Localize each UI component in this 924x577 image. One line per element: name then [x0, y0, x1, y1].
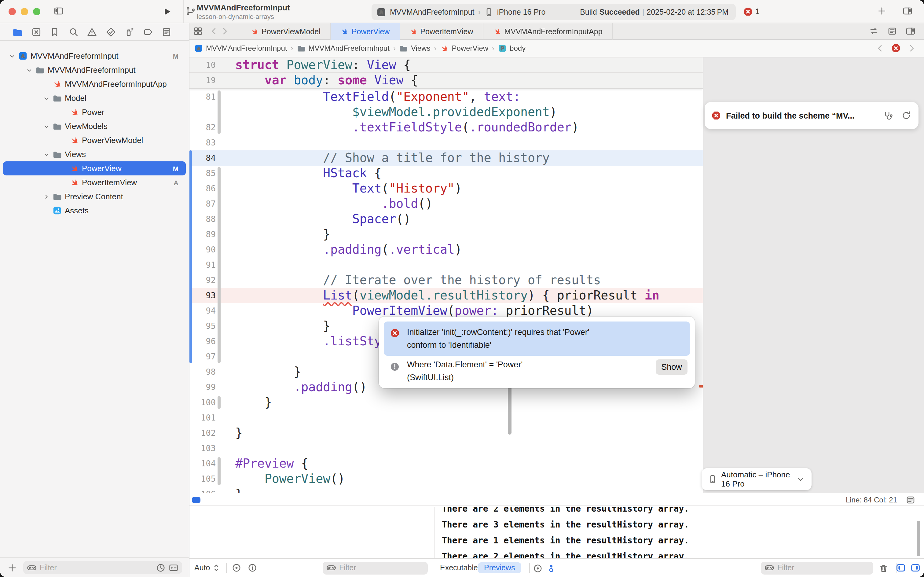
- variables-view-mode[interactable]: Auto: [194, 564, 210, 572]
- breakpoint-navigator-icon[interactable]: [143, 27, 153, 37]
- scheme-device-label[interactable]: iPhone 16 Pro: [497, 8, 546, 16]
- breadcrumb-item-views[interactable]: Views: [399, 44, 431, 53]
- previews-toggle[interactable]: Previews: [478, 562, 521, 573]
- sidebar-item-powerviewmodel[interactable]: PowerViewModel: [3, 133, 186, 147]
- code-line-89[interactable]: 89 }: [190, 227, 703, 242]
- breadcrumb-item-body[interactable]: Pbody: [498, 44, 526, 53]
- show-issue-button[interactable]: Show: [656, 359, 687, 375]
- code-editor[interactable]: 81 TextField("Exponent", text: $viewMode…: [190, 58, 703, 493]
- sidebar-item-poweritemview[interactable]: PowerItemViewA: [3, 176, 186, 190]
- source-control-status-icon[interactable]: [169, 562, 179, 572]
- console-filter-input[interactable]: [778, 564, 869, 572]
- new-tab-button[interactable]: [877, 6, 887, 16]
- tab-powerviewmodel[interactable]: PowerViewModel: [241, 23, 331, 40]
- code-line-106[interactable]: 106}: [190, 487, 703, 493]
- diagnostics-icon[interactable]: [883, 111, 893, 121]
- console-eye-icon[interactable]: [533, 564, 542, 573]
- tab-powerview[interactable]: PowerView: [331, 23, 400, 40]
- issue-popup-header[interactable]: Initializer 'init(_:rowContent:)' requir…: [384, 321, 690, 356]
- show-variables-pane-icon[interactable]: [896, 563, 906, 573]
- folder-blue-navigator-icon[interactable]: [12, 27, 23, 37]
- canvas-forward-icon[interactable]: [907, 44, 917, 53]
- breadcrumb-item-mvvmandfreeforminput[interactable]: AMVVMAndFreeformInput: [194, 44, 287, 53]
- console-scrollbar[interactable]: [917, 521, 920, 556]
- disclosure-right-icon[interactable]: [43, 193, 50, 200]
- minimize-window-button[interactable]: [21, 8, 28, 15]
- search-navigator-icon[interactable]: [68, 27, 79, 37]
- bookmark-navigator-icon[interactable]: [50, 27, 60, 37]
- back-button[interactable]: [209, 26, 219, 36]
- scheme-selector[interactable]: A MVVMAndFreeformInput › iPhone 16 Pro B…: [372, 4, 736, 20]
- sidebar-item-mvvmandfreeforminputapp[interactable]: MVVMAndFreeformInputApp: [3, 77, 186, 91]
- sidebar-item-assets[interactable]: Assets: [3, 203, 186, 218]
- filter-icon[interactable]: [326, 563, 336, 573]
- disclosure-down-icon[interactable]: [43, 94, 50, 102]
- sidebar-item-model[interactable]: Model: [3, 91, 186, 105]
- navigator-filter-field[interactable]: [23, 561, 182, 574]
- console-output[interactable]: There are 2 elements in the resultHistor…: [435, 507, 924, 558]
- retry-build-icon[interactable]: [901, 111, 911, 121]
- variables-filter-input[interactable]: [339, 564, 424, 572]
- console-filter-field[interactable]: [761, 561, 873, 574]
- tab-poweritemview[interactable]: PowerItemView: [399, 23, 483, 40]
- code-line-105[interactable]: 105 PowerView(): [190, 471, 703, 487]
- toggle-navigator-icon[interactable]: [54, 6, 64, 16]
- canvas-back-icon[interactable]: [875, 44, 885, 53]
- sidebar-item-mvvmandfreeforminput[interactable]: MVVMAndFreeformInput: [3, 63, 186, 77]
- code-line-102[interactable]: 102}: [190, 425, 703, 441]
- breadcrumb-item-powerview[interactable]: PowerView: [440, 44, 488, 53]
- code-line-103[interactable]: 103: [190, 441, 703, 456]
- code-line-82[interactable]: 82 .textFieldStyle(.roundedBorder): [190, 120, 703, 135]
- debug-spray-navigator-icon[interactable]: [124, 27, 134, 37]
- navigator-filter-input[interactable]: [40, 563, 153, 572]
- filter-icon[interactable]: [765, 563, 774, 573]
- code-line-94[interactable]: 94 PowerItemView(power: priorResult): [190, 303, 703, 318]
- scheme-project-label[interactable]: MVVMAndFreeformInput: [390, 8, 475, 16]
- editor-mode-icon[interactable]: [906, 495, 916, 505]
- console-mode-icon[interactable]: [546, 564, 556, 573]
- filter-icon[interactable]: [27, 562, 37, 572]
- sidebar-item-power[interactable]: Power: [3, 105, 186, 119]
- code-line-101[interactable]: 101: [190, 410, 703, 425]
- code-line-87[interactable]: 87 .bold(): [190, 196, 703, 211]
- preview-device-picker[interactable]: Automatic – iPhone 16 Pro: [702, 468, 811, 490]
- breadcrumb-item-mvvmandfreeforminput[interactable]: MVVMAndFreeformInput: [297, 44, 389, 53]
- clear-console-icon[interactable]: [879, 564, 889, 573]
- code-line-83[interactable]: 83: [190, 135, 703, 150]
- warning-navigator-icon[interactable]: [87, 27, 97, 37]
- code-line-100[interactable]: 100 }: [190, 395, 703, 410]
- disclosure-down-icon[interactable]: [43, 122, 50, 130]
- code-line-91[interactable]: 91: [190, 257, 703, 272]
- adjust-editor-icon[interactable]: [869, 26, 879, 36]
- test-navigator-icon[interactable]: [105, 27, 116, 37]
- code-line-92[interactable]: 92 // Iterate over the history of result…: [190, 272, 703, 288]
- disclosure-down-icon[interactable]: [8, 52, 16, 60]
- code-line-104[interactable]: 104#Preview {: [190, 456, 703, 471]
- toggle-inspector-icon[interactable]: [903, 6, 913, 16]
- executable-label[interactable]: Executable: [440, 564, 478, 572]
- issue-count[interactable]: 1: [743, 7, 760, 16]
- sidebar-item-views[interactable]: Views: [3, 147, 186, 161]
- recent-files-icon[interactable]: [156, 562, 166, 572]
- code-line-88[interactable]: 88 Spacer(): [190, 211, 703, 227]
- code-line-81[interactable]: 81 TextField("Exponent", text:: [190, 89, 703, 105]
- info-icon[interactable]: [247, 563, 257, 573]
- disclosure-down-icon[interactable]: [26, 66, 33, 74]
- jump-bar-error-icon[interactable]: [891, 44, 901, 53]
- minimap-options-icon[interactable]: [887, 26, 897, 36]
- build-status[interactable]: Build Succeeded | 2025-02-20 at 12:35 PM: [580, 8, 728, 16]
- report-navigator-icon[interactable]: [161, 27, 172, 37]
- breakpoint-indicator[interactable]: [192, 497, 200, 503]
- variables-filter-field[interactable]: [323, 561, 428, 574]
- build-error-banner[interactable]: Failed to build the scheme “MV...: [705, 102, 919, 129]
- code-line-86[interactable]: 86 Text("History"): [190, 181, 703, 196]
- code-line-wrap[interactable]: $viewModel.providedExponent): [190, 105, 703, 120]
- run-button[interactable]: [162, 7, 172, 16]
- sidebar-item-viewmodels[interactable]: ViewModels: [3, 119, 186, 133]
- sidebar-item-mvvmandfreeforminput[interactable]: AMVVMAndFreeformInputM: [3, 49, 186, 63]
- tab-mvvmandfreeforminputapp[interactable]: MVVMAndFreeformInputApp: [484, 23, 613, 40]
- sidebar-item-preview-content[interactable]: Preview Content: [3, 190, 186, 203]
- disclosure-down-icon[interactable]: [43, 151, 50, 158]
- close-window-button[interactable]: [8, 8, 16, 15]
- add-editor-icon[interactable]: [906, 26, 916, 36]
